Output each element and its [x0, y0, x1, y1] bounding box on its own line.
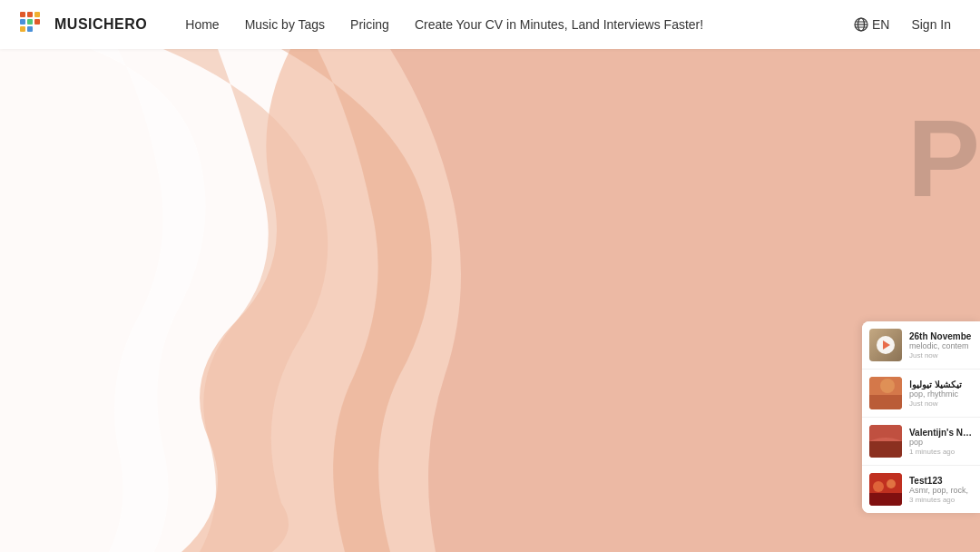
logo[interactable]: MUSICHERO	[18, 10, 147, 39]
music-title: 26th Novembe	[909, 331, 973, 341]
svg-rect-4	[34, 12, 40, 17]
language-label: EN	[872, 17, 889, 32]
music-by-tags-link[interactable]: Music by Tags	[234, 12, 336, 37]
music-tags: pop, rhythmic	[909, 389, 973, 399]
cta-link[interactable]: Create Your CV in Minutes, Land Intervie…	[404, 12, 714, 37]
list-item[interactable]: 26th Novembe melodic, contem Just now	[862, 321, 980, 370]
music-thumbnail	[869, 473, 902, 506]
music-time: 1 minutes ago	[909, 448, 973, 456]
list-item[interactable]: Valentijn's Num pop 1 minutes ago	[862, 418, 980, 466]
play-icon	[883, 340, 890, 350]
nav-right: EN Sign In	[854, 12, 962, 37]
svg-rect-2	[20, 19, 25, 25]
music-time: Just now	[909, 399, 973, 408]
brand-name: MUSICHERO	[54, 16, 147, 33]
thumb-art	[869, 377, 902, 409]
svg-rect-5	[34, 19, 40, 25]
svg-point-21	[873, 481, 884, 492]
music-title: Valentijn's Num	[909, 428, 973, 438]
thumb-art	[869, 425, 902, 458]
play-button[interactable]	[877, 336, 895, 354]
music-info: تیکشیلا تیولیوا pop, rhythmic Just now	[909, 380, 973, 408]
music-title: Test123	[909, 476, 973, 486]
music-title: تیکشیلا تیولیوا	[909, 380, 973, 389]
language-selector[interactable]: EN	[854, 17, 889, 32]
svg-rect-20	[869, 493, 902, 506]
svg-point-16	[880, 379, 895, 393]
background-waves	[0, 49, 980, 552]
decorative-letter: P	[907, 104, 980, 212]
music-time: 3 minutes ago	[909, 496, 973, 504]
sign-in-button[interactable]: Sign In	[900, 12, 962, 37]
music-info: 26th Novembe melodic, contem Just now	[909, 331, 973, 360]
svg-point-22	[887, 479, 896, 488]
music-tags: melodic, contem	[909, 341, 973, 350]
music-thumbnail	[869, 377, 902, 409]
navbar: MUSICHERO Home Music by Tags Pricing Cre…	[0, 0, 980, 49]
logo-icon	[18, 10, 47, 39]
music-info: Valentijn's Num pop 1 minutes ago	[909, 428, 973, 456]
music-panel: 26th Novembe melodic, contem Just now تی…	[862, 321, 980, 513]
globe-icon	[854, 17, 868, 32]
pricing-link[interactable]: Pricing	[339, 12, 400, 37]
music-time: Just now	[909, 351, 973, 360]
music-thumbnail	[869, 329, 902, 361]
hero-section: P 26th Novembe melodic, contem Just now	[0, 49, 980, 552]
music-tags: Asmr, pop, rock,	[909, 486, 973, 495]
music-thumbnail	[869, 425, 902, 458]
svg-rect-0	[20, 12, 25, 17]
music-tags: pop	[909, 438, 973, 447]
music-info: Test123 Asmr, pop, rock, 3 minutes ago	[909, 476, 973, 504]
svg-rect-7	[27, 26, 33, 32]
list-item[interactable]: تیکشیلا تیولیوا pop, rhythmic Just now	[862, 370, 980, 418]
svg-rect-18	[869, 441, 902, 458]
svg-rect-3	[27, 19, 33, 25]
nav-links: Home Music by Tags Pricing Create Your C…	[174, 12, 854, 37]
svg-rect-15	[869, 395, 902, 409]
thumb-art	[869, 473, 902, 506]
list-item[interactable]: Test123 Asmr, pop, rock, 3 minutes ago	[862, 466, 980, 513]
svg-rect-6	[20, 26, 25, 32]
svg-rect-1	[27, 12, 33, 17]
home-link[interactable]: Home	[174, 12, 230, 37]
